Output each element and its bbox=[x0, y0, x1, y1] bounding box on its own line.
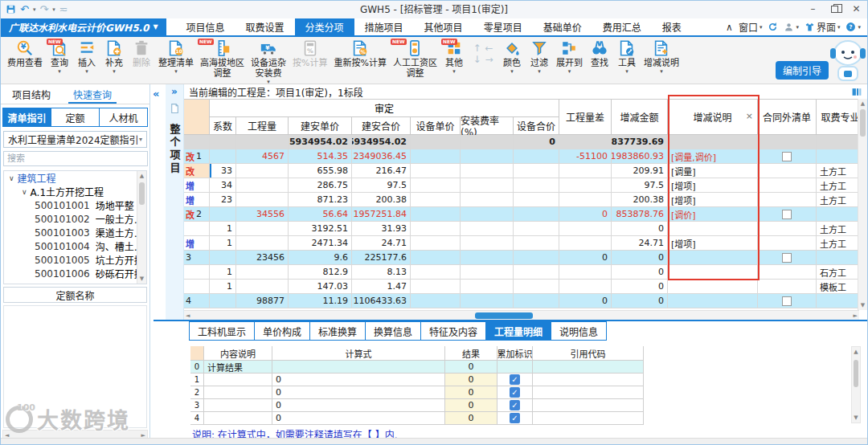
restore-button[interactable] bbox=[824, 1, 845, 17]
toolbar-button-fee-view[interactable]: ¥费用查看 bbox=[4, 39, 46, 68]
detail-row[interactable]: 100✓ bbox=[190, 374, 644, 386]
detail-column-header-0[interactable]: 内容说明 bbox=[204, 346, 272, 361]
main-horizontal-scrollbar[interactable]: ◄► bbox=[184, 310, 859, 320]
toolbar-button-other[interactable]: NEW其他▾ bbox=[440, 39, 468, 75]
toolbar-button-find[interactable]: 查找 bbox=[586, 39, 613, 68]
cell-formula[interactable]: 0 bbox=[272, 412, 445, 425]
table-row[interactable]: 1147.031.470模板工 bbox=[184, 280, 859, 294]
scroll-right-icon[interactable]: ► bbox=[854, 312, 858, 319]
column-header-7[interactable]: 工程量差 bbox=[559, 100, 612, 135]
toolbar-button-filter[interactable]: 过滤▾ bbox=[526, 39, 553, 75]
interface-menu[interactable]: 界面▾ bbox=[805, 20, 841, 34]
detail-row[interactable]: 200✓ bbox=[190, 386, 644, 399]
minimize-button[interactable]: – bbox=[802, 1, 824, 17]
tree-item-7[interactable]: 500101006砂砾石开挖 bbox=[4, 267, 146, 280]
column-header-10[interactable]: 合同外清单 bbox=[758, 100, 817, 135]
checked-checkbox[interactable]: ✓ bbox=[510, 413, 520, 423]
bottom-tab-5[interactable]: 工程量明细 bbox=[485, 321, 551, 341]
sidebar-tab-1[interactable]: 快速查询 bbox=[62, 84, 123, 104]
cell-htw[interactable] bbox=[758, 251, 817, 265]
checked-checkbox[interactable]: ✓ bbox=[510, 400, 520, 410]
window-menu[interactable]: 窗口▾ bbox=[739, 20, 763, 34]
tree-scrollbar[interactable]: ▲▼ bbox=[137, 171, 146, 284]
table-row[interactable]: 49887711.191106433.6300 bbox=[184, 294, 859, 308]
move-down-icon[interactable]: ↓ bbox=[471, 54, 483, 65]
toolbar-button-insert[interactable]: 插入▾ bbox=[73, 39, 100, 75]
table-row[interactable]: 增23871.23200.38200.38[增项]土方工 bbox=[184, 193, 859, 207]
bottom-tab-6[interactable]: 说明信息 bbox=[551, 321, 607, 341]
cell-formula[interactable]: 0 bbox=[272, 386, 445, 399]
cell-accumulate-flag[interactable]: ✓ bbox=[497, 412, 533, 425]
table-row[interactable]: 增12471.3424.7124.71[增项]土方工 bbox=[184, 236, 859, 251]
tree-item-5[interactable]: 500101004沟、槽土… bbox=[4, 239, 146, 253]
cell-htw[interactable] bbox=[758, 149, 817, 164]
bottom-tab-1[interactable]: 单价构成 bbox=[254, 321, 310, 341]
detail-column-header-3[interactable]: 累加标识 bbox=[497, 346, 533, 361]
scroll-up-icon[interactable]: ▲ bbox=[858, 100, 867, 107]
app-menu-button[interactable]: 广联达水利水电云计价GWH5.0▼ bbox=[1, 18, 166, 35]
assistant-robot-mascot[interactable] bbox=[829, 36, 867, 86]
column-header-1[interactable]: 工程量 bbox=[236, 117, 289, 135]
menu-tab-2[interactable]: 分类分项 bbox=[295, 18, 354, 35]
column-header-5[interactable]: 安装费率(%) bbox=[461, 117, 514, 135]
column-header-2[interactable]: 建安单价 bbox=[289, 117, 352, 135]
toolbar-button-change-note[interactable]: 增减说明▾ bbox=[641, 39, 682, 75]
cell-formula[interactable]: 0 bbox=[272, 399, 445, 412]
user-icon[interactable]: ▾ bbox=[784, 22, 799, 32]
table-row[interactable]: 改14567514.352349036.45-511001983860.93[调… bbox=[184, 149, 859, 164]
column-header-9[interactable]: 增减说明× bbox=[668, 100, 758, 135]
detail-row[interactable]: 300✓ bbox=[190, 399, 644, 412]
toolbar-button-query[interactable]: NEW查询▾ bbox=[46, 39, 73, 75]
save-icon[interactable] bbox=[6, 2, 16, 18]
cell-htw[interactable] bbox=[758, 207, 817, 222]
scroll-up-icon[interactable]: ▲ bbox=[852, 349, 860, 355]
detail-column-header-2[interactable]: 结果 bbox=[445, 346, 497, 361]
menu-tab-6[interactable]: 基础单价 bbox=[533, 18, 592, 35]
table-row[interactable]: 3234569.6225177.600 bbox=[184, 251, 859, 265]
detail-column-header-1[interactable]: 计算式 bbox=[272, 346, 445, 361]
help-icon[interactable]: ?▾ bbox=[845, 22, 861, 32]
toolbar-button-tools[interactable]: 工具▾ bbox=[613, 39, 641, 75]
contract-external-checkbox[interactable] bbox=[782, 296, 792, 306]
menu-tab-7[interactable]: 费用汇总 bbox=[592, 18, 652, 35]
redo-icon[interactable]: ↷ bbox=[39, 2, 48, 18]
tree-item-1[interactable]: ∨A.1土方开挖工程 bbox=[4, 185, 146, 198]
detail-column-header-4[interactable]: 引用代码 bbox=[533, 346, 644, 361]
menu-tab-3[interactable]: 措施项目 bbox=[354, 18, 414, 35]
close-icon[interactable]: × bbox=[746, 111, 753, 121]
contract-external-checkbox[interactable] bbox=[782, 152, 792, 161]
move-left-icon[interactable]: ← bbox=[483, 43, 495, 54]
undo-dropdown-icon[interactable]: ▾ bbox=[33, 6, 36, 13]
checked-checkbox[interactable]: ✓ bbox=[510, 374, 520, 385]
cell-accumulate-flag[interactable]: ✓ bbox=[497, 374, 533, 386]
sidebar-sub-tab-2[interactable]: 人材机 bbox=[99, 108, 148, 127]
move-up-icon[interactable]: ↑ bbox=[471, 43, 483, 54]
guide-library-dropdown[interactable]: 水利工程量清单2024定额指引▾ bbox=[3, 131, 147, 148]
scroll-up-icon[interactable]: ▲ bbox=[137, 173, 146, 179]
move-right-icon[interactable]: → bbox=[483, 54, 495, 65]
tree-item-4[interactable]: 500101003渠道土方… bbox=[4, 226, 146, 239]
toolbar-button-expand-to[interactable]: 展开到▾ bbox=[553, 39, 586, 75]
menu-tab-1[interactable]: 取费设置 bbox=[235, 18, 295, 35]
layout-columns-icon[interactable] bbox=[851, 85, 862, 100]
toolbar-button-organize-list[interactable]: 10整理清单▾ bbox=[155, 39, 197, 75]
table-row[interactable]: 1812.98.130石方工 bbox=[184, 265, 859, 280]
tree-item-0[interactable]: ∨建筑工程 bbox=[4, 171, 146, 185]
cell-htw[interactable] bbox=[758, 294, 817, 308]
detail-row[interactable]: 400✓ bbox=[190, 412, 644, 425]
scroll-down-icon[interactable]: ▼ bbox=[137, 276, 146, 282]
column-header-11[interactable]: 取费专业 bbox=[817, 100, 859, 135]
tree-item-2[interactable]: 500101001场地平整 bbox=[4, 198, 146, 212]
cell-formula[interactable]: 0 bbox=[272, 374, 445, 386]
search-input[interactable] bbox=[3, 151, 148, 166]
tree-item-3[interactable]: 500101002一般土方… bbox=[4, 212, 146, 226]
menu-tab-0[interactable]: 项目信息 bbox=[176, 18, 235, 35]
toolbar-button-color[interactable]: 颜色▾ bbox=[498, 39, 526, 75]
contract-external-checkbox[interactable] bbox=[782, 253, 792, 263]
column-header-0[interactable]: 系数 bbox=[210, 117, 236, 135]
sidebar-sub-tab-0[interactable]: 清单指引 bbox=[2, 108, 51, 127]
menu-tab-8[interactable]: 报表 bbox=[652, 18, 692, 35]
sidebar-sub-tab-1[interactable]: 定额 bbox=[51, 108, 100, 127]
detail-vertical-scrollbar[interactable]: ▲▼ bbox=[851, 346, 861, 423]
bottom-tab-0[interactable]: 工料机显示 bbox=[189, 321, 255, 341]
